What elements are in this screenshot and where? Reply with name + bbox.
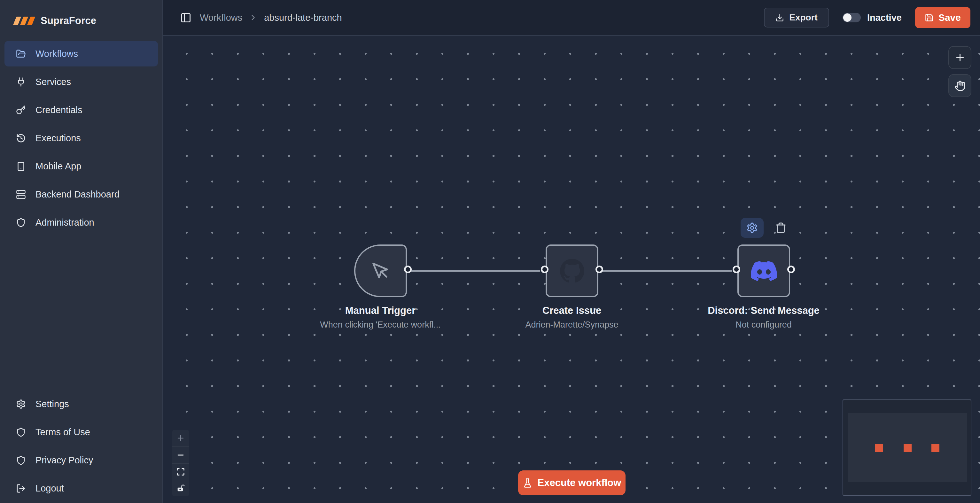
output-port[interactable] [404,266,412,273]
execute-workflow-label: Execute workflow [538,477,621,489]
output-port[interactable] [787,266,795,273]
active-toggle-label: Inactive [867,13,902,23]
sidebar-item-label: Settings [35,399,69,409]
save-button[interactable]: Save [915,7,970,28]
sidebar-item-administration[interactable]: Administration [5,210,158,235]
add-node-button[interactable] [948,46,971,69]
sidebar-item-settings[interactable]: Settings [5,391,158,417]
flask-icon [523,478,533,488]
topbar: Workflows absurd-late-branch Export Inac… [163,0,980,36]
sidebar-item-credentials[interactable]: Credentials [5,97,158,123]
panel-left-icon [180,12,191,23]
supraforce-logo-icon [15,17,33,25]
execute-workflow-button[interactable]: Execute workflow [518,470,625,495]
node-label-group: Create Issue Adrien-Marette/Synapse [469,304,674,330]
app-root: SupraForce Workflows Services Credential… [0,0,980,503]
folder-open-icon [16,49,26,59]
zoom-out-button[interactable] [172,446,189,463]
sidebar-item-terms-of-use[interactable]: Terms of Use [5,419,158,445]
main-area: Workflows absurd-late-branch Export Inac… [163,0,980,503]
breadcrumb: Workflows absurd-late-branch [180,12,342,23]
github-icon [560,259,584,283]
sidebar-toggle-button[interactable] [180,12,191,23]
node-title: Manual Trigger [278,304,483,317]
sidebar-item-logout[interactable]: Logout [5,476,158,501]
connection-line [407,271,540,272]
node-manual-trigger[interactable] [354,245,407,297]
sidebar-item-services[interactable]: Services [5,69,158,95]
minimap-node-marker [931,444,939,452]
sidebar-item-label: Credentials [35,105,83,115]
pan-tool-button[interactable] [948,74,971,97]
canvas-zoom-controls [172,430,189,496]
input-port[interactable] [541,266,549,273]
node-delete-button[interactable] [769,218,792,238]
minimap[interactable] [843,400,971,496]
toggle-knob [843,13,851,22]
save-button-label: Save [939,12,961,23]
sidebar-item-backend-dashboard[interactable]: Backend Dashboard [5,181,158,207]
sidebar-item-workflows[interactable]: Workflows [5,41,158,67]
plug-icon [16,77,26,87]
connection-line [599,271,732,272]
shield-icon [16,427,26,437]
gear-icon [16,399,26,409]
export-button-label: Export [789,13,818,23]
sidebar: SupraForce Workflows Services Credential… [0,0,163,503]
breadcrumb-current: absurd-late-branch [264,13,342,23]
minimap-node-marker [875,444,883,452]
sidebar-item-label: Terms of Use [35,427,90,438]
sidebar-item-executions[interactable]: Executions [5,125,158,151]
active-toggle[interactable] [843,13,861,22]
mouse-pointer-icon [371,261,391,281]
sidebar-nav: Workflows Services Credentials Execution… [0,41,162,235]
lock-toggle-button[interactable] [172,480,189,496]
download-icon [775,13,784,22]
brand: SupraForce [0,0,162,29]
output-port[interactable] [595,266,603,273]
key-icon [16,105,26,115]
sidebar-item-privacy-policy[interactable]: Privacy Policy [5,447,158,473]
node-toolbar [741,218,792,238]
node-label-group: Discord: Send Message Not configured [661,304,866,330]
server-icon [16,189,26,199]
workflow-canvas[interactable]: Manual Trigger When clicking 'Execute wo… [163,36,980,503]
node-settings-button[interactable] [741,218,764,238]
save-icon [925,13,934,22]
node-title: Create Issue [469,304,674,317]
node-create-issue[interactable] [546,245,598,297]
smartphone-icon [16,161,26,171]
node-subtitle: Not configured [661,319,866,330]
breadcrumb-section[interactable]: Workflows [200,13,242,23]
sidebar-item-label: Administration [35,217,94,228]
sidebar-item-label: Privacy Policy [35,455,93,466]
discord-icon [751,258,777,284]
fit-view-button[interactable] [172,463,189,480]
sidebar-item-label: Services [35,77,71,87]
maximize-icon [176,467,185,476]
sidebar-item-label: Backend Dashboard [35,189,119,200]
sidebar-item-label: Mobile App [35,161,81,172]
active-toggle-group: Inactive [843,13,902,23]
shield-icon [16,218,26,228]
zoom-in-button[interactable] [172,430,189,446]
sidebar-item-label: Workflows [35,49,78,59]
gear-icon [746,222,758,234]
unlock-icon [176,484,185,493]
logout-icon [16,484,26,493]
shield-icon [16,455,26,465]
topbar-actions: Export Inactive Save [764,7,970,28]
sidebar-item-mobile-app[interactable]: Mobile App [5,153,158,179]
export-button[interactable]: Export [764,8,829,27]
plus-icon [955,52,966,63]
node-subtitle: Adrien-Marette/Synapse [469,319,674,330]
sidebar-item-label: Executions [35,133,81,143]
minus-icon [176,450,185,460]
brand-name: SupraForce [41,15,96,27]
node-title: Discord: Send Message [661,304,866,317]
input-port[interactable] [733,266,740,273]
minimap-node-marker [904,444,912,452]
node-discord-send-message[interactable] [737,245,790,297]
node-subtitle: When clicking 'Execute workfl... [278,319,483,330]
plus-icon [176,434,185,443]
